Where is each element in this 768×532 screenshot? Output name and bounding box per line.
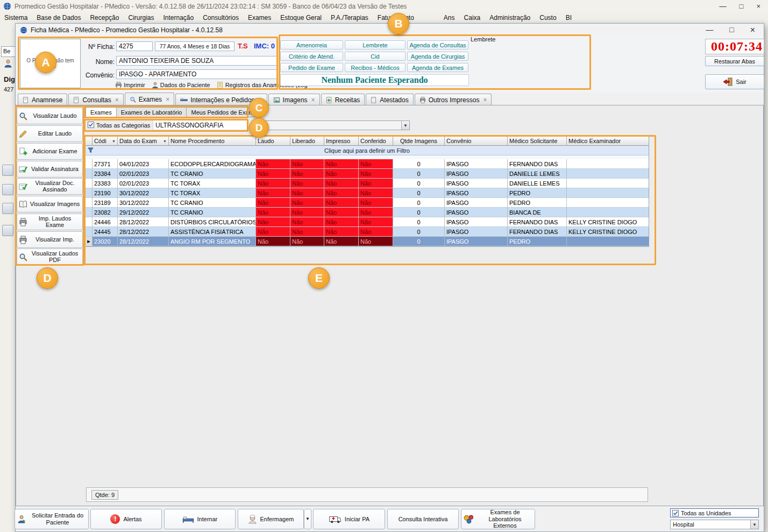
tab-atestados[interactable]: Atestados: [366, 94, 413, 105]
tab-close-icon[interactable]: ×: [483, 96, 487, 104]
lembrete-button[interactable]: Lembrete: [345, 40, 406, 49]
tab-close-icon[interactable]: ×: [115, 96, 119, 104]
cell-medico-examinador: [567, 198, 649, 208]
visualizar-laudos-pdf-button[interactable]: Visualizar Laudos PDF: [17, 249, 83, 265]
column-header-medico-examinador[interactable]: Médico Examinador: [567, 137, 649, 146]
column-header-liberado[interactable]: Liberado: [290, 137, 324, 146]
chevron-down-icon[interactable]: ▼: [750, 520, 758, 529]
column-header-data-do-exame[interactable]: Data do Exam▼: [118, 137, 169, 146]
editar-laudo-button[interactable]: Editar Laudo: [17, 125, 83, 142]
exame-filter-combobox[interactable]: ▼: [253, 120, 410, 130]
column-header-convenio[interactable]: Convênio: [445, 137, 508, 146]
close-icon[interactable]: ×: [750, 25, 755, 35]
imp-laudos-exame-button[interactable]: Imp. Laudos Exame: [17, 214, 83, 230]
tab-close-icon[interactable]: ×: [166, 96, 169, 103]
menu-item-base-de-dados[interactable]: Base de Dados: [37, 14, 81, 22]
menu-item-custo[interactable]: Custo: [539, 14, 556, 22]
agenda-de-exames-button[interactable]: Agenda de Exames: [407, 63, 468, 72]
maximize-icon[interactable]: □: [729, 25, 734, 35]
close-icon[interactable]: ×: [756, 2, 760, 10]
minimize-icon[interactable]: —: [720, 2, 727, 10]
table-row[interactable]: 27371 04/01/2023 ECODOPPLERCARDIOGRAMA N…: [86, 159, 649, 169]
chevron-down-icon[interactable]: ▼: [401, 121, 409, 130]
subtab-meus-pedidos-de-exame[interactable]: Meus Pedidos de Exame: [187, 107, 261, 117]
column-header-conferido[interactable]: Conferido: [359, 137, 393, 146]
table-row[interactable]: 23189 30/12/2022 TC CRANIO Não Não Não N…: [86, 198, 649, 208]
column-header-medico-solicitante[interactable]: Médico Solicitante: [508, 137, 567, 146]
maximize-icon[interactable]: □: [739, 2, 744, 10]
menu-item-ans[interactable]: Ans: [444, 14, 455, 22]
subtab-exames-de-laboratorio[interactable]: Exames de Laboratório: [117, 107, 187, 117]
tab-close-icon[interactable]: ×: [311, 96, 315, 104]
tab-internacoes-e-pedidos[interactable]: Internações e Pedidos ×: [175, 94, 267, 105]
todas-categorias-checkbox[interactable]: [88, 122, 94, 128]
consulta-interativa-button[interactable]: Consulta Interativa: [387, 509, 459, 529]
column-header-impresso[interactable]: Impresso: [324, 137, 359, 146]
visualizar-laudo-button[interactable]: Visualizar Laudo: [17, 108, 83, 124]
recibos-medicos-button[interactable]: Recibos - Médicos: [345, 63, 406, 72]
enfermagem-dropdown-button[interactable]: ▼: [304, 509, 311, 529]
validar-assinatura-button[interactable]: Validar Assinatura: [17, 161, 83, 178]
solicitar-entrada-button[interactable]: Solicitar Entrada do Paciente: [15, 509, 89, 529]
table-row[interactable]: 23190 30/12/2022 TC TORAX Não Não Não Nã…: [86, 188, 649, 198]
sair-button[interactable]: Sair: [705, 74, 764, 89]
agenda-de-cirurgias-button[interactable]: Agenda de Cirurgias: [407, 52, 468, 61]
dados-do-paciente-button[interactable]: Dados do Paciente: [152, 82, 210, 89]
menu-item-consultorios[interactable]: Consultórios: [203, 14, 239, 22]
ts-label[interactable]: T.S: [238, 42, 248, 50]
amenorreia-button[interactable]: Amenorreia: [280, 40, 343, 49]
agenda-de-consultas-button[interactable]: Agenda de Consultas: [407, 40, 468, 49]
grid-filter-row[interactable]: Clique aqui para definir um Filtro: [86, 146, 649, 155]
tab-receitas[interactable]: Receitas: [321, 94, 365, 105]
alertas-button[interactable]: ! Alertas: [90, 509, 162, 529]
visualizar-imagens-button[interactable]: Visualizar Imagens: [17, 196, 83, 212]
table-row[interactable]: ▸ 23020 28/12/2022 ANGIO RM POR SEGMENTO…: [86, 237, 649, 246]
internar-button[interactable]: Internar: [164, 509, 236, 529]
imprimir-button[interactable]: Imprimir: [115, 82, 145, 89]
unidade-combobox[interactable]: Hospital ▼: [670, 520, 759, 529]
table-row[interactable]: 24446 28/12/2022 DISTÚRBIOS CIRCULATÓRIO…: [86, 217, 649, 227]
menu-item-sistema[interactable]: Sistema: [4, 14, 27, 22]
menu-item-bi[interactable]: BI: [566, 14, 572, 22]
menu-item-internacao[interactable]: Internação: [163, 14, 194, 22]
patient-name-field[interactable]: ANTONIO TEIXEIRA DE SOUZA: [116, 56, 277, 66]
iniciar-pa-button[interactable]: Iniciar PA: [313, 509, 385, 529]
minimize-icon[interactable]: —: [706, 25, 713, 35]
menu-item-pa-terapias[interactable]: P.A./Terapias: [331, 14, 368, 22]
menu-item-faturamento[interactable]: Faturamento: [378, 14, 414, 22]
cid-button[interactable]: Cid: [345, 52, 406, 61]
table-row[interactable]: 23384 02/01/2023 TC CRANIO Não Não Não N…: [86, 169, 649, 179]
tab-anamnese[interactable]: Anamnese: [18, 94, 67, 105]
menu-item-estoque-geral[interactable]: Estoque Geral: [280, 14, 322, 22]
menu-item-administracao[interactable]: Administração: [489, 14, 530, 22]
subtab-exames[interactable]: Exames: [86, 107, 117, 117]
column-header-qtde-imagens[interactable]: Qtde Imagens: [393, 137, 445, 146]
restaurar-abas-button[interactable]: Restaurar Abas: [705, 56, 764, 66]
visualizar-doc-assinado-button[interactable]: Visualizar Doc. Assinado: [17, 178, 83, 195]
pedido-de-exame-button[interactable]: Pedido de Exame: [280, 63, 343, 72]
menu-item-caixa[interactable]: Caixa: [464, 14, 481, 22]
table-row[interactable]: 23082 29/12/2022 TC CRANIO Não Não Não N…: [86, 208, 649, 217]
adicionar-exame-button[interactable]: Adicionar Exame: [17, 143, 83, 160]
visualizar-imp-button[interactable]: Visualizar Imp.: [17, 231, 83, 248]
menu-item-exames[interactable]: Exames: [248, 14, 271, 22]
tab-exames[interactable]: Exames ×: [125, 93, 174, 105]
todas-unidades-checkbox[interactable]: [672, 510, 679, 516]
tab-close-icon[interactable]: ×: [259, 96, 262, 104]
exames-lab-externos-button[interactable]: Exames de Laboratórios Externos: [461, 509, 535, 529]
ficha-number-field[interactable]: 4275: [116, 41, 153, 51]
enfermagem-button[interactable]: Enfermagem: [238, 509, 304, 529]
table-row[interactable]: 23383 02/01/2023 TC TORAX Não Não Não Nã…: [86, 179, 649, 188]
menu-item-recepcao[interactable]: Recepção: [90, 14, 119, 22]
criterio-de-atend-button[interactable]: Critério de Atend.: [280, 52, 343, 61]
column-header-laudo[interactable]: Laudo: [256, 137, 290, 146]
table-row[interactable]: 24445 28/12/2022 ASSISTÊNCIA FISIÁTRICA …: [86, 227, 649, 237]
tab-outros-impressos[interactable]: Outros Impressos ×: [415, 94, 492, 105]
tab-imagens[interactable]: Imagens ×: [268, 94, 320, 105]
main-menubar: Sistema Base de Dados Recepção Cirurgias…: [0, 12, 768, 23]
tab-consultas[interactable]: Consultas ×: [68, 94, 123, 105]
convenio-field[interactable]: IPASGO - APARTAMENTO: [116, 69, 277, 79]
column-header-codigo[interactable]: Códi▼: [93, 137, 118, 146]
menu-item-cirurgias[interactable]: Cirurgias: [128, 14, 154, 22]
column-header-nome-procedimento[interactable]: Nome Procedimento: [169, 137, 256, 146]
